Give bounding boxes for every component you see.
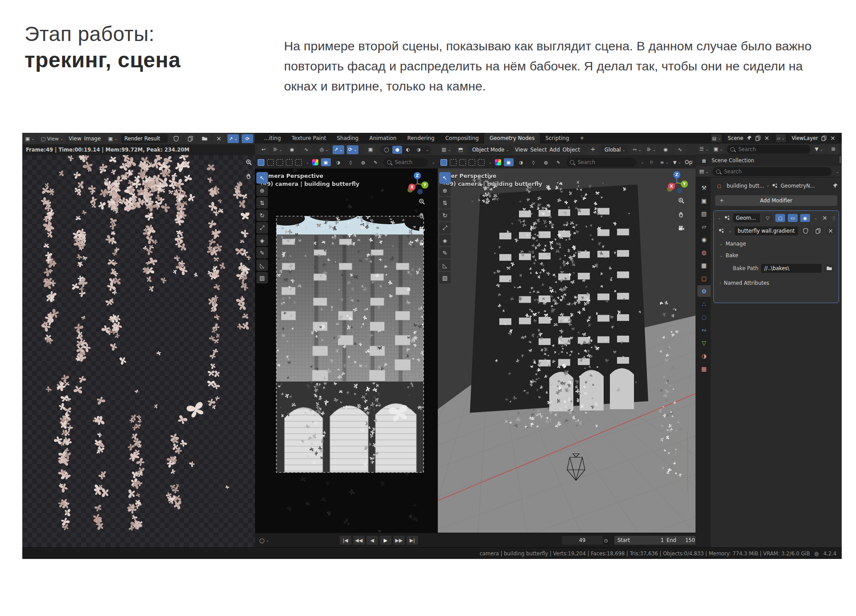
properties-tab-constraints-icon[interactable]: ∾ (697, 324, 711, 336)
pan-hand-icon[interactable] (678, 211, 685, 219)
fluid-icon[interactable]: ◊ (529, 158, 539, 166)
image-browse-icon[interactable]: ▣⌄ (107, 134, 119, 143)
tool-annotate-icon[interactable]: ✎ (256, 247, 268, 259)
extras-dropdown-icon[interactable]: ⌄ (814, 216, 818, 220)
falloff-icon[interactable]: ∿ (674, 145, 686, 154)
properties-tab-world-icon[interactable]: ◍ (697, 246, 711, 258)
prev-keyframe-button[interactable]: ◀◀ (353, 536, 365, 545)
jump-to-start-button[interactable]: |◀ (340, 536, 351, 545)
world-space-icon[interactable]: ◍ (541, 158, 551, 166)
outliner-scrollbar[interactable] (840, 156, 841, 163)
transform-orientation-icon[interactable]: ✛ (587, 145, 599, 154)
search-input[interactable] (577, 159, 634, 166)
transform-pivot-icon[interactable]: ◎⌄ (318, 145, 330, 154)
duplicate-image-icon[interactable] (185, 134, 196, 143)
magnet-icon[interactable]: ⊪⌄ (646, 145, 657, 154)
lock-view-icon[interactable] (418, 239, 425, 248)
properties-tab-tool-icon[interactable]: ⚒ (697, 182, 711, 193)
tool-move-icon[interactable]: ⇅ (256, 197, 268, 209)
mode-icon[interactable]: ⬒ (455, 145, 466, 154)
tool-measure-icon[interactable]: ◺ (439, 259, 451, 271)
menu-image[interactable]: Image (84, 136, 101, 142)
shading-dropdown-icon[interactable]: ⌄ (426, 148, 429, 152)
delete-scene-icon[interactable] (764, 135, 770, 141)
tool-cursor-icon[interactable]: ⊕ (256, 185, 268, 196)
outliner-display-mode-icon[interactable]: ☰⌄ (698, 145, 710, 154)
modifier-name-field[interactable]: Geom... (733, 214, 760, 222)
unlink-image-icon[interactable] (213, 134, 225, 143)
select-mode-box-icon[interactable] (258, 159, 264, 166)
tool-add-cube-icon[interactable]: ▧ (439, 272, 451, 283)
menu-view[interactable]: View (515, 147, 527, 153)
node-group-field[interactable]: butterfly wall.gradient (735, 226, 798, 235)
falloff-curve-icon[interactable]: ∿ (300, 145, 312, 154)
tab-add-workspace[interactable]: + (575, 133, 590, 144)
display-channel-dropdown[interactable]: ▢ View⌄ (38, 134, 66, 143)
open-folder-icon[interactable] (824, 264, 834, 272)
brush-icon[interactable]: ✎ (371, 158, 381, 166)
scene-browse-icon[interactable]: ▤⌄ (711, 134, 722, 142)
camera-view-icon[interactable] (418, 226, 425, 234)
shading-solid-icon[interactable]: ● (392, 146, 402, 154)
duplicate-node-group-icon[interactable] (813, 227, 823, 235)
close-modifier-icon[interactable] (820, 214, 830, 222)
shading-material-icon[interactable]: ◐ (403, 146, 413, 154)
toolrow-collapse-icon[interactable]: ⌄ (432, 160, 435, 164)
properties-tab-scene-icon[interactable]: ◉ (697, 234, 711, 245)
tool-scale-icon[interactable]: ⤢ (256, 222, 268, 234)
named-attributes-panel-header[interactable]: › Named Attributes (718, 279, 834, 287)
bake-panel-header[interactable]: ⌄ Bake (718, 251, 834, 260)
pin-icon[interactable] (746, 135, 752, 141)
tool-select-box-icon[interactable]: ↖ (256, 172, 268, 184)
select-mode-intersect-icon[interactable] (478, 159, 485, 166)
current-frame-field[interactable]: 49 (562, 536, 603, 545)
snapping-icon[interactable]: ∾⌄ (631, 145, 643, 154)
proportional-edit-icon[interactable]: ⊪⌄ (272, 145, 284, 154)
search-input[interactable] (394, 159, 424, 166)
pan-hand-icon[interactable] (245, 172, 252, 181)
copy-scene-icon[interactable] (755, 135, 761, 141)
rotation-widget-icon[interactable]: ⟳ (242, 134, 253, 143)
select-mode-invert-icon[interactable] (469, 159, 475, 166)
menu-object[interactable]: Object (563, 147, 580, 153)
delete-viewlayer-icon[interactable] (830, 135, 836, 141)
unlink-node-group-icon[interactable] (826, 227, 835, 235)
shading-wireframe-icon[interactable]: ◯ (382, 146, 391, 154)
open-image-folder-icon[interactable] (199, 134, 210, 143)
viewlayer-selector[interactable]: ViewLayer (789, 134, 839, 143)
filter-funnel-icon[interactable]: ▼⌄ (672, 158, 682, 166)
mode-dropdown[interactable]: Object Mode⌄ (469, 145, 512, 154)
new-collection-icon[interactable]: ⊞ (827, 145, 839, 154)
falloff-hexagon-icon[interactable] (495, 159, 501, 165)
user-viewport-canvas[interactable]: User Perspective (49) camera | building … (438, 168, 696, 533)
snap-target-icon[interactable]: ◉ (286, 145, 298, 154)
play-button[interactable]: ▶ (380, 536, 391, 545)
manage-panel-header[interactable]: ⌄ Manage (718, 239, 834, 248)
properties-collapse-icon[interactable]: ⌄ (835, 169, 839, 174)
select-mode-dropdown-icon[interactable]: ⌄ (489, 160, 492, 164)
tool-move-icon[interactable]: ⇅ (439, 197, 451, 209)
zoom-icon[interactable] (418, 198, 425, 206)
tool-measure-icon[interactable]: ◺ (256, 259, 268, 271)
properties-tab-collection-icon[interactable]: ▦ (697, 259, 711, 271)
select-mode-dropdown-icon[interactable]: ⌄ (306, 160, 309, 164)
tab-animation[interactable]: Animation (364, 133, 402, 144)
edit-mode-toggle-icon[interactable]: ▽ (763, 214, 773, 222)
tab-uv-editing[interactable]: ...iting (259, 133, 286, 144)
edit-toggle-icon[interactable]: ▣ (321, 158, 331, 166)
next-keyframe-button[interactable]: ▶▶ (393, 536, 405, 545)
tool-rotate-icon[interactable]: ↻ (439, 209, 451, 221)
editor-type-image-icon[interactable]: ▣⌄ (24, 134, 36, 143)
properties-editor-icon[interactable]: ▤⌄ (698, 167, 710, 176)
edit-toggle-icon[interactable]: ▣ (504, 158, 514, 166)
outliner-row-scene-collection[interactable]: ▦ Scene Collection (696, 155, 842, 166)
tab-compositing[interactable]: Compositing (440, 133, 484, 144)
tool-scale-icon[interactable]: ⤢ (439, 222, 451, 234)
select-mode-subtract-icon[interactable] (276, 159, 283, 166)
add-modifier-button[interactable]: + Add Modifier (715, 195, 837, 206)
outliner-funnel-icon[interactable]: ▼⌄ (813, 145, 825, 154)
properties-tab-particles-icon[interactable]: ∴ (697, 298, 711, 310)
tab-rendering[interactable]: Rendering (402, 133, 440, 144)
realtime-toggle-icon[interactable]: ▢ (775, 214, 785, 222)
tool-add-cube-icon[interactable]: ▧ (256, 272, 268, 283)
